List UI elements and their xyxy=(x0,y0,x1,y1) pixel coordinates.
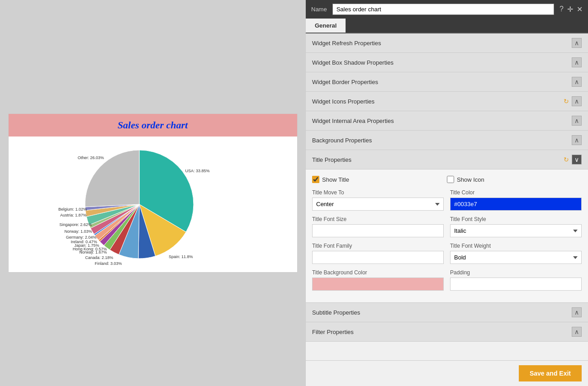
chart-title: Sales order chart xyxy=(118,119,188,131)
close-icon[interactable]: ✕ xyxy=(577,5,583,14)
panel-footer: Save and Exit xyxy=(306,360,588,386)
section-border-controls: ∧ xyxy=(572,77,582,87)
section-title-controls: ↻ ∨ xyxy=(564,155,582,165)
section-icons-controls: ↻ ∧ xyxy=(564,96,582,106)
title-font-style-field: Title Font Style Italic Normal Oblique xyxy=(450,216,582,237)
title-color-field: Title Color #0033e7 xyxy=(450,189,582,211)
section-refresh-title: Widget Refresh Properties xyxy=(312,40,381,47)
show-title-item: Show Title xyxy=(312,176,447,183)
section-refresh-chevron[interactable]: ∧ xyxy=(572,38,582,48)
section-subtitle-title: Subtitle Properties xyxy=(312,309,360,316)
svg-text:USA: 33.85%: USA: 33.85% xyxy=(185,169,209,173)
svg-text:Norway: 1.03%: Norway: 1.03% xyxy=(64,229,92,234)
save-exit-button[interactable]: Save and Exit xyxy=(519,365,582,381)
section-border-chevron[interactable]: ∧ xyxy=(572,77,582,87)
chart-title-bar: Sales order chart xyxy=(9,114,297,137)
svg-text:Belgium: 1.02%: Belgium: 1.02% xyxy=(58,207,86,212)
show-title-label: Show Title xyxy=(322,176,349,183)
chart-body: USA: 33.85%Spain: 11.8%New Zealand: 5.12… xyxy=(9,137,297,272)
pie-chart: USA: 33.85%Spain: 11.8%New Zealand: 5.12… xyxy=(22,141,284,268)
section-internal-chevron[interactable]: ∧ xyxy=(572,116,582,126)
section-border[interactable]: Widget Border Properties ∧ xyxy=(306,72,588,92)
section-filter-chevron[interactable]: ∧ xyxy=(572,327,582,337)
title-font-style-select[interactable]: Italic Normal Oblique xyxy=(450,224,582,237)
title-bg-color-field: Title Background Color #efafaf xyxy=(312,269,444,291)
name-label: Name xyxy=(311,6,327,13)
section-background-controls: ∧ xyxy=(572,135,582,145)
svg-text:Singapore: 2.62%: Singapore: 2.62% xyxy=(59,222,92,227)
title-font-family-input[interactable]: Times New Roman xyxy=(312,251,444,264)
title-font-weight-select[interactable]: Bold Normal Lighter Bolder xyxy=(450,251,582,264)
show-title-checkbox[interactable] xyxy=(312,176,319,183)
svg-text:Finland: 3.03%: Finland: 3.03% xyxy=(95,261,122,266)
title-font-family-label: Title Font Family xyxy=(312,243,444,249)
section-filter[interactable]: Filter Properties ∧ xyxy=(306,322,588,342)
section-icons[interactable]: Widget Icons Properties ↻ ∧ xyxy=(306,92,588,111)
section-refresh-controls: ∧ xyxy=(572,38,582,48)
title-font-weight-field: Title Font Weight Bold Normal Lighter Bo… xyxy=(450,243,582,264)
section-icons-chevron[interactable]: ∧ xyxy=(572,96,582,106)
icons-refresh-icon[interactable]: ↻ xyxy=(564,98,569,105)
section-internal[interactable]: Widget Internal Area Properties ∧ xyxy=(306,111,588,131)
section-title-body: Show Title Show Icon Title Move To Cente… xyxy=(306,169,588,303)
section-background-chevron[interactable]: ∧ xyxy=(572,135,582,145)
svg-text:Germany: 2.04%: Germany: 2.04% xyxy=(66,235,96,240)
show-icon-item: Show Icon xyxy=(447,176,582,183)
section-title[interactable]: Title Properties ↻ ∨ xyxy=(306,150,588,169)
section-internal-title: Widget Internal Area Properties xyxy=(312,118,394,124)
section-title-chevron[interactable]: ∨ xyxy=(572,155,582,165)
title-row-3: Title Font Family Times New Roman Title … xyxy=(312,243,582,264)
section-border-title: Widget Border Properties xyxy=(312,79,378,85)
panel-header: Name ? ✛ ✕ xyxy=(306,0,588,19)
svg-text:Austria: 1.87%: Austria: 1.87% xyxy=(60,213,86,217)
title-font-weight-label: Title Font Weight xyxy=(450,243,582,249)
panel-tabs: General xyxy=(306,19,588,33)
title-row-4: Title Background Color #efafaf Padding 8… xyxy=(312,269,582,291)
properties-panel: Name ? ✛ ✕ General Widget Refresh Proper… xyxy=(305,0,588,386)
section-box-shadow[interactable]: Widget Box Shadow Properties ∧ xyxy=(306,53,588,72)
show-icon-checkbox[interactable] xyxy=(447,176,454,183)
section-filter-title: Filter Properties xyxy=(312,329,354,335)
svg-text:Canada: 2.18%: Canada: 2.18% xyxy=(85,255,113,260)
section-title-title: Title Properties xyxy=(312,156,351,163)
svg-text:Spain: 11.8%: Spain: 11.8% xyxy=(168,254,193,259)
section-box-shadow-title: Widget Box Shadow Properties xyxy=(312,59,394,66)
panel-content[interactable]: Widget Refresh Properties ∧ Widget Box S… xyxy=(306,33,588,360)
title-row-1: Title Move To Center Left Right Title Co… xyxy=(312,189,582,211)
section-box-shadow-chevron[interactable]: ∧ xyxy=(572,57,582,67)
section-internal-controls: ∧ xyxy=(572,116,582,126)
chart-area: Sales order chart USA: 33.85%Spain: 11.8… xyxy=(0,0,305,386)
show-icon-label: Show Icon xyxy=(457,176,484,183)
title-refresh-icon[interactable]: ↻ xyxy=(564,156,569,163)
move-icon[interactable]: ✛ xyxy=(567,5,573,14)
svg-text:Other: 26.03%: Other: 26.03% xyxy=(77,155,104,160)
section-background-title: Background Properties xyxy=(312,137,372,144)
title-bg-color-input[interactable]: #efafaf xyxy=(312,278,444,291)
title-color-input[interactable]: #0033e7 xyxy=(450,198,582,211)
title-row-2: Title Font Size 18 Title Font Style Ital… xyxy=(312,216,582,237)
section-box-shadow-controls: ∧ xyxy=(572,57,582,67)
title-move-to-select[interactable]: Center Left Right xyxy=(312,198,444,211)
padding-field: Padding 8px 8px 8px 8px xyxy=(450,269,582,291)
title-font-style-label: Title Font Style xyxy=(450,216,582,222)
padding-label: Padding xyxy=(450,269,582,276)
svg-text:Ireland: 0.47%: Ireland: 0.47% xyxy=(71,240,97,244)
section-subtitle-chevron[interactable]: ∧ xyxy=(572,307,582,317)
help-icon[interactable]: ? xyxy=(560,5,564,14)
svg-text:Australia: 5.93%: Australia: 5.93% xyxy=(111,267,141,268)
section-subtitle-controls: ∧ xyxy=(572,307,582,317)
title-move-to-label: Title Move To xyxy=(312,189,444,196)
title-font-family-field: Title Font Family Times New Roman xyxy=(312,243,444,264)
title-font-size-field: Title Font Size 18 xyxy=(312,216,444,237)
header-icons: ? ✛ ✕ xyxy=(560,5,583,14)
title-font-size-label: Title Font Size xyxy=(312,216,444,222)
padding-input[interactable]: 8px 8px 8px 8px xyxy=(450,278,582,291)
title-color-label: Title Color xyxy=(450,189,582,196)
section-icons-title: Widget Icons Properties xyxy=(312,98,375,105)
section-refresh[interactable]: Widget Refresh Properties ∧ xyxy=(306,33,588,53)
section-subtitle[interactable]: Subtitle Properties ∧ xyxy=(306,303,588,322)
section-background[interactable]: Background Properties ∧ xyxy=(306,131,588,150)
name-input[interactable] xyxy=(332,4,554,15)
tab-general[interactable]: General xyxy=(306,19,346,33)
title-font-size-input[interactable]: 18 xyxy=(312,224,444,237)
